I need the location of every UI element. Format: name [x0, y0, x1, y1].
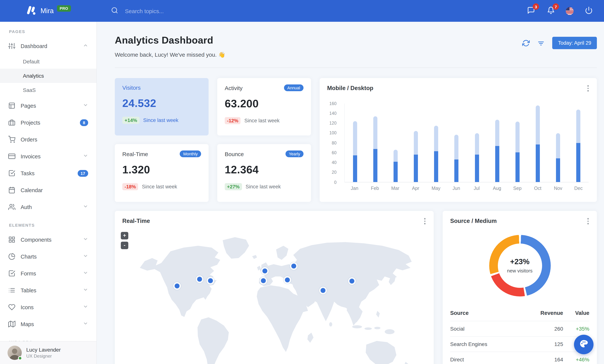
panel-title: Source / Medium — [450, 218, 497, 225]
page-subtitle: Welcome back, Lucy! We've missed you. 👋 — [115, 51, 225, 58]
sidebar-item-tables[interactable]: Tables — [0, 282, 96, 299]
date-range-button[interactable]: Today: April 29 — [553, 37, 597, 49]
sidebar-item-tasks[interactable]: Tasks 17 — [0, 165, 96, 182]
sidebar-item-projects[interactable]: Projects 8 — [0, 114, 96, 131]
map-marker-new-york[interactable] — [208, 278, 213, 283]
kebab-menu-icon[interactable] — [587, 84, 589, 92]
map-marker-california[interactable] — [175, 284, 179, 289]
donut-chart: +23% new visitors — [489, 235, 551, 296]
map-marker-madrid[interactable] — [261, 278, 266, 283]
cell-revenue: 164 — [532, 356, 563, 362]
logout-button[interactable] — [584, 6, 593, 16]
calendar-icon — [8, 187, 15, 194]
card-caption: Since last week — [244, 118, 280, 124]
notifications-button[interactable]: 7 — [546, 6, 556, 16]
sidebar-item-invoices[interactable]: Invoices — [0, 148, 96, 165]
filter-icon[interactable] — [537, 39, 545, 47]
card-title: Activity — [225, 85, 242, 91]
bar-column-mar — [386, 150, 406, 182]
source-medium-panel: Source / Medium +23% new visitors Source… — [443, 211, 597, 364]
sidebar-item-label: Maps — [21, 321, 83, 327]
map-zoom-in-button[interactable]: + — [121, 232, 128, 239]
card-title: Visitors — [122, 84, 141, 91]
tasks-count-badge: 17 — [78, 170, 88, 176]
card-caption: Since last week — [246, 184, 281, 189]
map-marker-london[interactable] — [263, 268, 267, 273]
bar-column-nov — [548, 133, 568, 182]
sidebar-section-mira-pro: MIRA PRO — [0, 332, 96, 341]
search-input[interactable] — [124, 7, 252, 14]
language-flag-button[interactable] — [566, 7, 574, 15]
source-table-body: Social260+35%Search Engines125-12%Direct… — [450, 321, 589, 364]
cell-source: Social — [450, 326, 532, 332]
sidebar-item-icons[interactable]: Icons — [0, 299, 96, 316]
y-axis-label: 20 — [324, 170, 337, 175]
users-icon — [8, 203, 15, 211]
sidebar-item-label: Orders — [21, 136, 88, 142]
x-axis-label: Nov — [548, 186, 568, 191]
shopping-cart-icon — [8, 136, 15, 143]
y-axis-label: 60 — [324, 151, 337, 155]
sidebar-item-forms[interactable]: Forms — [0, 265, 96, 282]
brand[interactable]: Mira PRO — [0, 5, 97, 17]
sidebar-item-analytics[interactable]: Analytics — [0, 69, 96, 83]
cell-source: Direct — [450, 356, 532, 362]
map-marker-istanbul[interactable] — [285, 277, 290, 282]
sidebar-item-maps[interactable]: Maps — [0, 316, 96, 332]
theme-settings-fab[interactable] — [574, 335, 593, 354]
sidebar-item-charts[interactable]: Charts — [0, 248, 96, 265]
avatar — [8, 346, 22, 360]
map-marker-delhi[interactable] — [321, 288, 326, 293]
kebab-menu-icon[interactable] — [587, 217, 589, 225]
kebab-menu-icon[interactable] — [423, 217, 426, 225]
bar-column-oct — [528, 105, 548, 182]
y-axis: 020406080100120140160 — [324, 103, 340, 182]
realtime-map-panel: Real-Time + - — [115, 211, 434, 364]
cell-revenue: 125 — [532, 341, 563, 347]
bar-column-may — [426, 126, 446, 182]
sidebar-item-calendar[interactable]: Calendar — [0, 182, 96, 199]
list-icon — [8, 287, 15, 294]
sidebar-item-label: Icons — [21, 304, 83, 310]
delta-chip: -18% — [122, 183, 138, 190]
sidebar-item-label: Auth — [21, 204, 83, 210]
map-zoom-out-button[interactable]: - — [121, 242, 128, 249]
sidebar-item-auth[interactable]: Auth — [0, 199, 96, 215]
messages-button[interactable]: 3 — [526, 6, 536, 16]
world-map-svg — [121, 230, 428, 364]
bounce-value: 12.364 — [225, 163, 303, 176]
sidebar-item-pages[interactable]: Pages — [0, 97, 96, 114]
activity-card: Activity Annual 63.200 -12% Since last w… — [217, 78, 311, 136]
map-marker-beijing[interactable] — [350, 279, 354, 284]
refresh-icon[interactable] — [522, 39, 530, 47]
panel-title: Mobile / Desktop — [327, 85, 373, 92]
col-value: Value — [563, 310, 589, 316]
visitors-card: Visitors 24.532 +14% Since last week — [115, 78, 209, 136]
sidebar-item-components[interactable]: Components — [0, 231, 96, 248]
check-square-icon — [8, 270, 15, 277]
navbar: Mira PRO 3 — [0, 0, 604, 22]
sidebar-item-orders[interactable]: Orders — [0, 131, 96, 148]
bar-plot — [345, 103, 589, 182]
sidebar-item-label: Charts — [21, 253, 83, 260]
power-icon — [585, 6, 592, 16]
sidebar-item-saas[interactable]: SaaS — [0, 83, 96, 97]
period-badge: Monthly — [180, 151, 201, 157]
chevron-down-icon — [83, 236, 88, 243]
sidebar-user[interactable]: Lucy Lavender UX Designer — [0, 341, 96, 364]
chevron-up-icon — [83, 43, 88, 49]
messages-count-badge: 3 — [533, 3, 539, 10]
sidebar-item-default[interactable]: Default — [0, 54, 96, 69]
bar-column-sep — [507, 122, 528, 182]
chevron-down-icon — [83, 321, 88, 327]
header-divider — [115, 68, 597, 68]
navbar-search[interactable] — [111, 7, 526, 15]
bar-column-jun — [446, 135, 467, 182]
sidebar-item-dashboard[interactable]: Dashboard — [0, 38, 96, 54]
card-title: Real-Time — [122, 151, 148, 157]
map-marker-chicago[interactable] — [197, 277, 202, 282]
period-badge: Annual — [284, 84, 303, 91]
sidebar-section-pages: PAGES — [0, 22, 96, 38]
sidebar-item-label: Pages — [21, 103, 83, 109]
map-marker-moscow[interactable] — [291, 264, 296, 269]
